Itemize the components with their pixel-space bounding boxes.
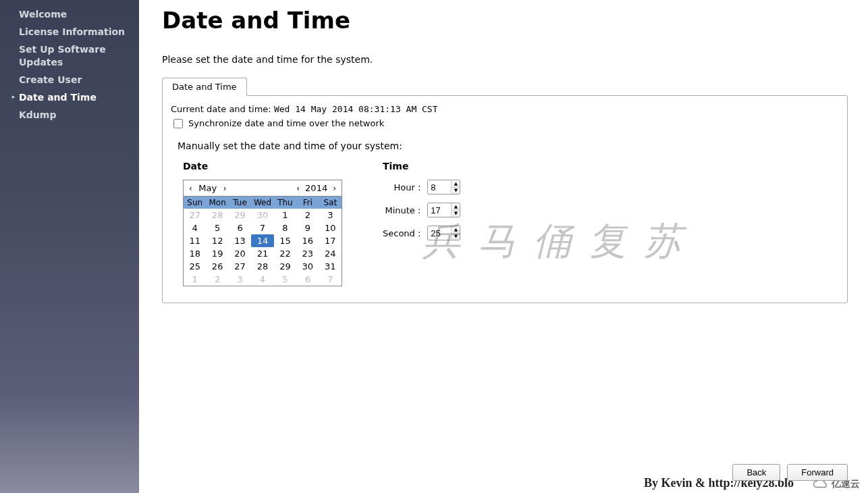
calendar-day[interactable]: 24 xyxy=(319,247,342,260)
calendar-day[interactable]: 18 xyxy=(184,247,206,260)
second-up-button[interactable]: ▲ xyxy=(452,226,460,234)
sidebar-item-create-user[interactable]: Create User xyxy=(8,71,131,88)
calendar-day[interactable]: 20 xyxy=(229,247,251,260)
second-input[interactable] xyxy=(428,226,451,240)
calendar-day[interactable]: 8 xyxy=(274,222,296,234)
calendar-day[interactable]: 28 xyxy=(206,209,228,222)
calendar-day[interactable]: 1 xyxy=(184,273,206,286)
sync-network-label: Synchronize date and time over the netwo… xyxy=(188,118,384,128)
prev-month-button[interactable]: ‹ xyxy=(188,184,194,193)
calendar-day[interactable]: 30 xyxy=(251,209,273,222)
calendar-day[interactable]: 1 xyxy=(274,209,296,222)
calendar-dow: Wed xyxy=(251,196,273,209)
sidebar-item-kdump[interactable]: Kdump xyxy=(8,106,131,124)
sidebar-item-label: Create User xyxy=(19,74,82,86)
calendar-day[interactable]: 4 xyxy=(184,222,206,234)
calendar-day[interactable]: 2 xyxy=(296,209,319,222)
calendar-day[interactable]: 13 xyxy=(229,234,251,247)
second-down-button[interactable]: ▼ xyxy=(452,234,460,240)
tab-date-time[interactable]: Date and Time xyxy=(162,78,247,96)
hour-down-button[interactable]: ▼ xyxy=(452,188,460,194)
calendar-day[interactable]: 5 xyxy=(274,273,296,286)
calendar-month: May xyxy=(198,183,218,193)
hour-up-button[interactable]: ▲ xyxy=(452,180,460,188)
hour-input[interactable] xyxy=(428,180,451,194)
next-month-button[interactable]: › xyxy=(222,184,228,193)
calendar-day[interactable]: 3 xyxy=(319,209,342,222)
calendar-day[interactable]: 27 xyxy=(184,209,206,222)
sidebar-item-license[interactable]: License Information xyxy=(8,23,131,41)
calendar-dow: Fri xyxy=(296,196,319,209)
calendar-day[interactable]: 10 xyxy=(319,222,342,234)
sync-network-checkbox[interactable] xyxy=(173,119,183,128)
calendar-day[interactable]: 30 xyxy=(296,260,319,273)
calendar-day[interactable]: 2 xyxy=(206,273,228,286)
calendar-day[interactable]: 21 xyxy=(251,247,273,260)
calendar-day[interactable]: 3 xyxy=(229,273,251,286)
sidebar-item-label: License Information xyxy=(19,26,125,38)
calendar-day[interactable]: 9 xyxy=(296,222,319,234)
calendar-day[interactable]: 17 xyxy=(319,234,342,247)
current-datetime-label: Current date and time: xyxy=(171,104,274,114)
calendar-day[interactable]: 12 xyxy=(206,234,228,247)
calendar-day[interactable]: 23 xyxy=(296,247,319,260)
calendar: ‹ May › ‹ 2014 › SunMonTueWedThuFri xyxy=(183,180,342,286)
calendar-day[interactable]: 7 xyxy=(251,222,273,234)
calendar-dow: Sun xyxy=(184,196,206,209)
calendar-day[interactable]: 31 xyxy=(319,260,342,273)
next-year-button[interactable]: › xyxy=(331,184,337,193)
calendar-day[interactable]: 19 xyxy=(206,247,228,260)
calendar-day[interactable]: 28 xyxy=(251,260,273,273)
calendar-day[interactable]: 16 xyxy=(296,234,319,247)
current-datetime-value: Wed 14 May 2014 08:31:13 AM CST xyxy=(274,104,438,114)
calendar-dow: Sat xyxy=(319,196,342,209)
calendar-day[interactable]: 11 xyxy=(184,234,206,247)
hour-spinbox: ▲▼ xyxy=(427,180,460,194)
calendar-day[interactable]: 7 xyxy=(319,273,342,286)
calendar-dow: Tue xyxy=(229,196,251,209)
time-heading: Time xyxy=(383,161,460,172)
minute-label: Minute : xyxy=(385,205,421,215)
sidebar-item-label: Date and Time xyxy=(19,91,97,103)
calendar-year: 2014 xyxy=(305,183,327,193)
current-datetime-line: Current date and time: Wed 14 May 2014 0… xyxy=(171,104,839,114)
minute-spinbox: ▲▼ xyxy=(427,203,460,217)
calendar-day[interactable]: 25 xyxy=(184,260,206,273)
second-spinbox: ▲▼ xyxy=(427,226,460,240)
calendar-day[interactable]: 14 xyxy=(251,234,273,247)
second-label: Second : xyxy=(383,228,421,238)
page-title: Date and Time xyxy=(162,7,848,34)
minute-down-button[interactable]: ▼ xyxy=(452,211,460,217)
date-heading: Date xyxy=(183,161,342,172)
calendar-day[interactable]: 29 xyxy=(229,209,251,222)
manual-set-label: Manually set the date and time of your s… xyxy=(178,140,839,151)
calendar-day[interactable]: 27 xyxy=(229,260,251,273)
sidebar-item-label: Set Up Software Updates xyxy=(19,43,131,68)
sidebar-item-label: Kdump xyxy=(19,109,56,121)
sidebar-item-label: Welcome xyxy=(19,8,67,20)
main-content: Date and Time Please set the date and ti… xyxy=(139,0,868,493)
calendar-dow: Mon xyxy=(206,196,228,209)
calendar-day[interactable]: 26 xyxy=(206,260,228,273)
sidebar-item-updates[interactable]: Set Up Software Updates xyxy=(8,41,131,70)
calendar-day[interactable]: 4 xyxy=(251,273,273,286)
minute-input[interactable] xyxy=(428,203,451,217)
forward-button[interactable]: Forward xyxy=(787,464,848,481)
calendar-dow: Thu xyxy=(274,196,296,209)
page-description: Please set the date and time for the sys… xyxy=(162,54,848,65)
calendar-day[interactable]: 6 xyxy=(296,273,319,286)
hour-label: Hour : xyxy=(394,182,421,192)
calendar-day[interactable]: 22 xyxy=(274,247,296,260)
sidebar-item-date-time[interactable]: ▸Date and Time xyxy=(8,88,131,106)
calendar-day[interactable]: 29 xyxy=(274,260,296,273)
calendar-day[interactable]: 5 xyxy=(206,222,228,234)
date-time-panel: Current date and time: Wed 14 May 2014 0… xyxy=(162,95,848,303)
calendar-day[interactable]: 6 xyxy=(229,222,251,234)
back-button[interactable]: Back xyxy=(732,464,780,481)
calendar-day[interactable]: 15 xyxy=(274,234,296,247)
prev-year-button[interactable]: ‹ xyxy=(295,184,301,193)
sidebar: Welcome License Information Set Up Softw… xyxy=(0,0,139,493)
minute-up-button[interactable]: ▲ xyxy=(452,203,460,211)
sidebar-item-welcome[interactable]: Welcome xyxy=(8,5,131,23)
chevron-right-icon: ▸ xyxy=(8,91,19,100)
